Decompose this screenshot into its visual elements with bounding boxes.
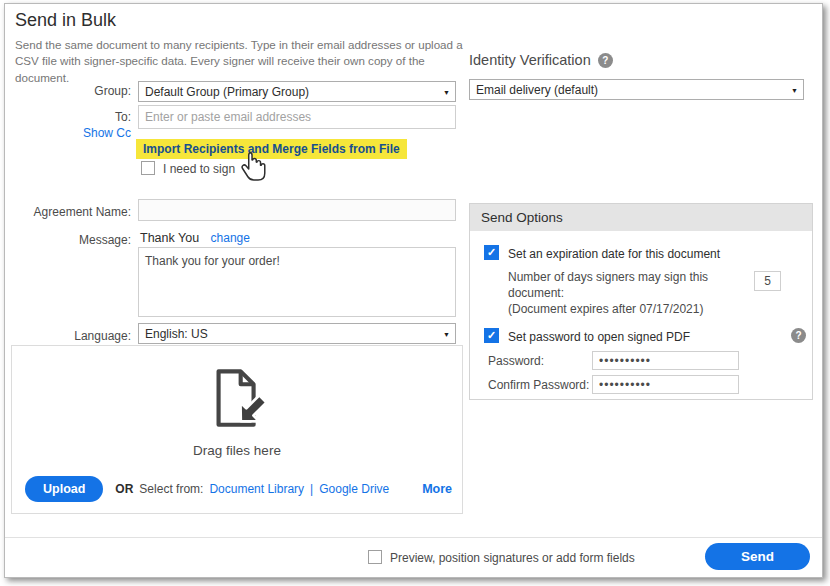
change-message-link[interactable]: change: [211, 231, 250, 245]
i-need-to-sign-checkbox[interactable]: [141, 161, 155, 175]
to-input[interactable]: [138, 105, 456, 129]
i-need-to-sign-label: I need to sign: [163, 162, 235, 176]
password-help-icon[interactable]: ?: [791, 328, 806, 343]
send-options-panel: Send Options ✓ Set an expiration date fo…: [469, 203, 813, 400]
language-label: Language:: [5, 329, 131, 343]
select-value: Default Group (Primary Group): [145, 85, 309, 99]
send-options-title: Send Options: [470, 204, 812, 231]
send-in-bulk-window: Send in Bulk Send the same document to m…: [4, 3, 823, 578]
agreement-name-input[interactable]: [138, 199, 456, 221]
identity-verification-label: Identity Verification: [469, 52, 591, 68]
group-label: Group:: [5, 84, 131, 98]
password-checkbox[interactable]: ✓: [484, 328, 499, 343]
identity-help-icon[interactable]: ?: [598, 53, 613, 68]
hand-cursor-icon: [238, 150, 272, 184]
send-button[interactable]: Send: [705, 543, 810, 570]
language-select[interactable]: English: US ▼: [138, 323, 456, 344]
preview-checkbox[interactable]: [368, 550, 382, 564]
message-textarea[interactable]: Thank you for your order!: [138, 247, 456, 317]
page-title: Send in Bulk: [15, 10, 116, 31]
check-icon: ✓: [487, 247, 496, 258]
more-link[interactable]: More: [422, 482, 452, 496]
to-label: To:: [5, 110, 131, 124]
days-label: Number of days signers may sign this doc…: [508, 269, 740, 301]
message-label: Message:: [5, 233, 131, 247]
question-mark: ?: [602, 55, 608, 66]
or-label: OR: [115, 482, 133, 496]
drag-files-text: Drag files here: [12, 443, 462, 458]
group-select[interactable]: Default Group (Primary Group) ▼: [138, 81, 456, 102]
check-icon: ✓: [487, 330, 496, 341]
identity-verification-select[interactable]: Email delivery (default) ▼: [469, 79, 804, 100]
upload-button[interactable]: Upload: [25, 476, 103, 502]
days-input[interactable]: [754, 271, 781, 291]
confirm-password-label: Confirm Password:: [488, 378, 589, 392]
document-library-link[interactable]: Document Library: [209, 482, 304, 496]
password-input[interactable]: [592, 351, 739, 370]
password-label: Password:: [488, 354, 544, 368]
select-value: English: US: [145, 327, 208, 341]
show-cc-link[interactable]: Show Cc: [83, 126, 131, 140]
select-value: Email delivery (default): [476, 83, 598, 97]
password-checkbox-label: Set password to open signed PDF: [508, 330, 690, 344]
select-from-label: Select from:: [139, 482, 203, 496]
footer-divider: [5, 537, 822, 538]
message-title: Thank You: [140, 231, 199, 245]
links-separator: |: [310, 482, 313, 496]
expiration-checkbox[interactable]: ✓: [484, 245, 499, 260]
confirm-password-input[interactable]: [592, 375, 739, 394]
expires-note: (Document expires after 07/17/2021): [508, 302, 703, 316]
caret-down-icon: ▼: [443, 330, 450, 337]
file-drop-zone[interactable]: Drag files here Upload OR Select from: D…: [11, 345, 463, 514]
question-mark: ?: [795, 330, 801, 341]
caret-down-icon: ▼: [443, 88, 450, 95]
expiration-label: Set an expiration date for this document: [508, 247, 720, 261]
preview-checkbox-label: Preview, position signatures or add form…: [390, 551, 635, 565]
page-subtitle: Send the same document to many recipient…: [15, 37, 477, 86]
document-upload-icon: [202, 364, 272, 434]
caret-down-icon: ▼: [791, 86, 798, 93]
google-drive-link[interactable]: Google Drive: [319, 482, 389, 496]
agreement-name-label: Agreement Name:: [5, 205, 131, 219]
